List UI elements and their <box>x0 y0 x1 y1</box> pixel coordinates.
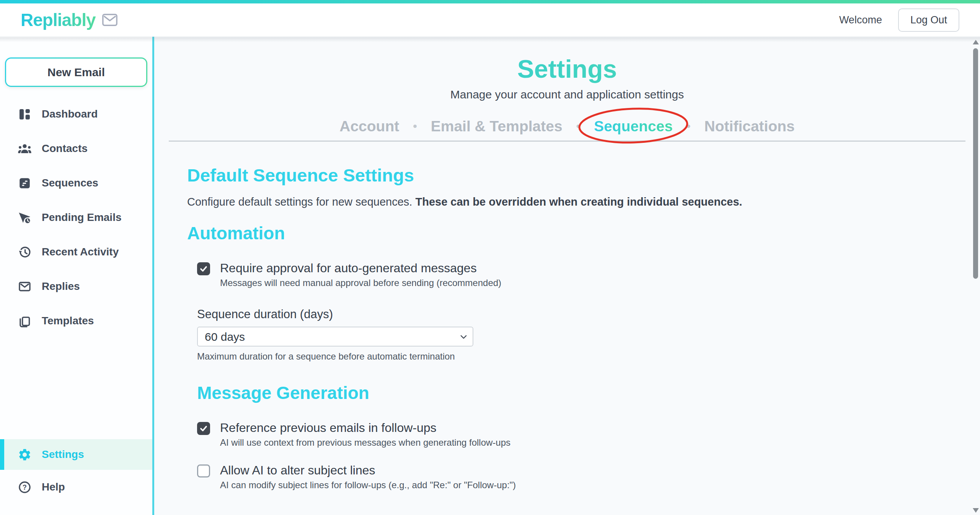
sequences-icon <box>18 176 32 190</box>
help-icon: ? <box>18 480 32 494</box>
sequence-duration-select[interactable]: 60 days <box>197 327 473 347</box>
top-gradient-bar <box>0 0 980 3</box>
app-header: Repliably Welcome Log Out <box>0 3 980 37</box>
sidebar-item-templates[interactable]: Templates <box>0 304 152 338</box>
sidebar-item-label: Help <box>42 481 65 493</box>
welcome-text: Welcome <box>839 14 882 26</box>
sequence-duration-field: Sequence duration (days) 60 days Maximum… <box>197 307 965 362</box>
checkbox-help: Messages will need manual approval befor… <box>220 278 501 288</box>
checkbox-label: Require approval for auto-generated mess… <box>220 261 501 275</box>
templates-icon <box>18 314 32 328</box>
message-generation-heading: Message Generation <box>197 383 965 403</box>
page-subtitle: Manage your account and application sett… <box>169 88 965 101</box>
sidebar-item-dashboard[interactable]: Dashboard <box>0 97 152 131</box>
sidebar-item-label: Sequences <box>42 177 98 189</box>
reference-previous-row: Reference previous emails in follow-ups … <box>197 421 965 448</box>
scrollbar-up-arrow[interactable] <box>973 40 979 44</box>
sidebar-nav: Dashboard Contacts <box>0 97 152 338</box>
scrollbar-down-arrow[interactable] <box>973 508 979 513</box>
approval-workflow-heading: Approval Workflow <box>187 513 965 515</box>
automation-heading: Automation <box>187 223 965 244</box>
vertical-scrollbar[interactable] <box>972 37 980 515</box>
checkbox-help: AI can modify subject lines for follow-u… <box>220 480 516 490</box>
sidebar-item-contacts[interactable]: Contacts <box>0 131 152 166</box>
tab-account[interactable]: Account <box>339 118 399 135</box>
tab-notifications[interactable]: Notifications <box>704 118 795 135</box>
logout-button[interactable]: Log Out <box>898 8 959 32</box>
envelope-logo-icon <box>101 12 119 28</box>
contacts-icon <box>18 142 32 156</box>
sequence-duration-label: Sequence duration (days) <box>197 307 965 321</box>
alter-subject-checkbox[interactable] <box>197 464 210 477</box>
settings-tabs: Account • Email & Templates • Sequences … <box>169 118 965 135</box>
scrollbar-thumb[interactable] <box>973 48 978 279</box>
settings-page: Settings Manage your account and applica… <box>154 37 980 515</box>
sidebar: New Email Dashboard <box>0 37 154 515</box>
pending-emails-icon <box>18 211 32 225</box>
dashboard-icon <box>18 107 32 121</box>
tab-separator-dot: • <box>686 120 691 133</box>
tab-separator-dot: • <box>576 120 580 133</box>
require-approval-checkbox[interactable] <box>197 262 210 275</box>
section-description-bold: These can be overridden when creating in… <box>415 196 742 208</box>
sidebar-item-label: Pending Emails <box>42 211 122 224</box>
checkbox-help: AI will use context from previous messag… <box>220 437 510 448</box>
tab-separator-dot: • <box>413 120 417 133</box>
sidebar-item-label: Dashboard <box>42 108 98 120</box>
checkbox-label: Reference previous emails in follow-ups <box>220 421 510 435</box>
section-description-normal: Configure default settings for new seque… <box>187 196 415 208</box>
sequence-duration-help: Maximum duration for a sequence before a… <box>197 351 965 362</box>
sidebar-item-label: Replies <box>42 280 80 293</box>
checkmark-icon <box>199 424 208 433</box>
checkmark-icon <box>199 264 208 273</box>
sidebar-item-replies[interactable]: Replies <box>0 269 152 304</box>
app-logo: Repliably <box>21 10 96 30</box>
sidebar-item-label: Contacts <box>42 142 88 155</box>
reference-previous-checkbox[interactable] <box>197 422 210 435</box>
sidebar-bottom: Settings ? Help <box>0 439 152 515</box>
sidebar-item-label: Recent Activity <box>42 246 119 258</box>
replies-icon <box>18 280 32 294</box>
gear-icon <box>18 448 32 462</box>
sidebar-item-help[interactable]: ? Help <box>0 470 152 504</box>
section-description: Configure default settings for new seque… <box>187 196 965 208</box>
sidebar-item-label: Settings <box>42 448 84 461</box>
sidebar-item-settings[interactable]: Settings <box>0 439 152 470</box>
page-title: Settings <box>169 54 965 83</box>
section-heading: Default Sequence Settings <box>187 165 965 186</box>
recent-activity-icon <box>18 245 32 259</box>
sequences-settings-section: Default Sequence Settings Configure defa… <box>169 165 965 515</box>
sidebar-item-label: Templates <box>42 315 94 327</box>
new-email-button[interactable]: New Email <box>5 57 147 87</box>
tab-email-templates[interactable]: Email & Templates <box>431 118 563 135</box>
tab-sequences-label: Sequences <box>594 118 673 135</box>
sidebar-item-pending-emails[interactable]: Pending Emails <box>0 200 152 235</box>
tabs-underline <box>169 141 965 142</box>
sidebar-item-sequences[interactable]: Sequences <box>0 166 152 200</box>
sidebar-item-recent-activity[interactable]: Recent Activity <box>0 235 152 269</box>
alter-subject-row: Allow AI to alter subject lines AI can m… <box>197 463 965 490</box>
brand: Repliably <box>21 10 119 30</box>
require-approval-row: Require approval for auto-generated mess… <box>197 261 965 288</box>
svg-text:?: ? <box>23 483 27 491</box>
checkbox-label: Allow AI to alter subject lines <box>220 463 516 477</box>
tab-sequences[interactable]: Sequences <box>594 118 673 135</box>
